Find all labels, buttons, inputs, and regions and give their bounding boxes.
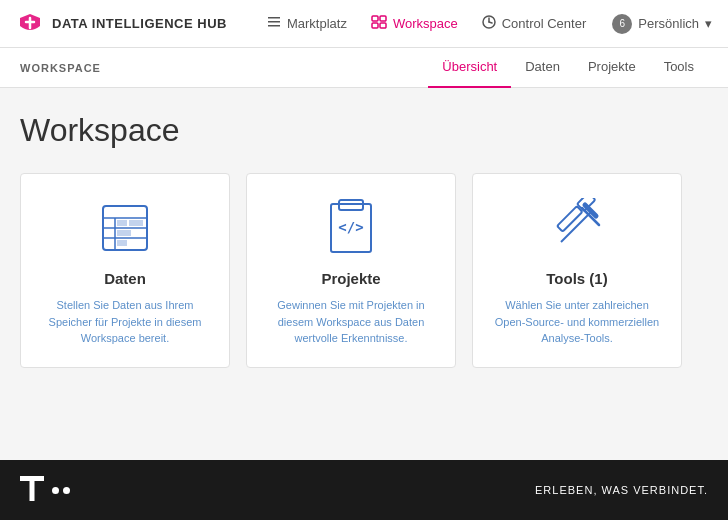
nav-control-center[interactable]: Control Center	[482, 15, 587, 32]
nav-workspace-label: Workspace	[393, 16, 458, 31]
subheader-tabs: Übersicht Daten Projekte Tools	[428, 48, 708, 88]
tab-tools[interactable]: Tools	[650, 48, 708, 88]
card-tools-desc: Wählen Sie unter zahlreichen Open-Source…	[489, 297, 665, 347]
main-content: Workspace Daten Stellen Sie Daten aus Ih…	[0, 88, 728, 460]
control-center-icon	[482, 15, 496, 32]
footer-dot-2	[63, 487, 70, 494]
telekom-logo-icon	[16, 10, 44, 38]
marktplatz-icon	[267, 15, 281, 32]
footer-dots	[52, 487, 70, 494]
footer-dot-1	[52, 487, 59, 494]
chevron-down-icon: ▾	[705, 16, 712, 31]
daten-icon	[95, 198, 155, 258]
subheader-workspace-label: WORKSPACE	[20, 62, 428, 74]
svg-rect-5	[372, 23, 378, 28]
svg-rect-22	[557, 206, 582, 231]
svg-rect-2	[268, 25, 280, 27]
tools-icon	[547, 198, 607, 258]
user-label: Persönlich	[638, 16, 699, 31]
main-nav: Marktplatz Workspace	[267, 15, 588, 32]
svg-rect-6	[380, 23, 386, 28]
svg-rect-17	[117, 230, 131, 236]
user-avatar-badge: 6	[612, 14, 632, 34]
svg-line-9	[489, 22, 492, 23]
card-daten-title: Daten	[104, 270, 146, 287]
card-projekte[interactable]: </> Projekte Gewinnen Sie mit Projekten …	[246, 173, 456, 368]
svg-text:</>: </>	[338, 219, 363, 235]
svg-rect-4	[380, 16, 386, 21]
workspace-icon	[371, 15, 387, 32]
svg-rect-15	[117, 220, 127, 226]
tab-projekte[interactable]: Projekte	[574, 48, 650, 88]
svg-rect-3	[372, 16, 378, 21]
card-projekte-title: Projekte	[321, 270, 380, 287]
nav-workspace[interactable]: Workspace	[371, 15, 458, 32]
subheader: WORKSPACE Übersicht Daten Projekte Tools	[0, 48, 728, 88]
footer: ERLEBEN, WAS VERBINDET.	[0, 460, 728, 520]
svg-rect-18	[117, 240, 127, 246]
card-tools-title: Tools (1)	[546, 270, 607, 287]
brand-logo: DATA INTELLIGENCE HUB	[16, 10, 227, 38]
footer-slogan: ERLEBEN, WAS VERBINDET.	[535, 484, 708, 496]
header: DATA INTELLIGENCE HUB Marktplatz	[0, 0, 728, 48]
card-daten[interactable]: Daten Stellen Sie Daten aus Ihrem Speich…	[20, 173, 230, 368]
footer-telekom-icon	[20, 476, 44, 504]
svg-rect-27	[20, 476, 44, 481]
card-tools[interactable]: Tools (1) Wählen Sie unter zahlreichen O…	[472, 173, 682, 368]
card-daten-desc: Stellen Sie Daten aus Ihrem Speicher für…	[37, 297, 213, 347]
svg-rect-28	[30, 481, 35, 501]
svg-rect-1	[268, 21, 280, 23]
nav-control-center-label: Control Center	[502, 16, 587, 31]
card-projekte-desc: Gewinnen Sie mit Projekten in diesem Wor…	[263, 297, 439, 347]
nav-marktplatz[interactable]: Marktplatz	[267, 15, 347, 32]
svg-rect-0	[268, 17, 280, 19]
cards-grid: Daten Stellen Sie Daten aus Ihrem Speich…	[20, 173, 708, 368]
nav-marktplatz-label: Marktplatz	[287, 16, 347, 31]
tab-daten[interactable]: Daten	[511, 48, 574, 88]
svg-rect-16	[129, 220, 143, 226]
tab-ubersicht[interactable]: Übersicht	[428, 48, 511, 88]
page-title: Workspace	[20, 112, 708, 149]
brand-name: DATA INTELLIGENCE HUB	[52, 16, 227, 31]
user-menu[interactable]: 6 Persönlich ▾	[612, 14, 712, 34]
footer-logo	[20, 476, 70, 504]
projekte-icon: </>	[321, 198, 381, 258]
